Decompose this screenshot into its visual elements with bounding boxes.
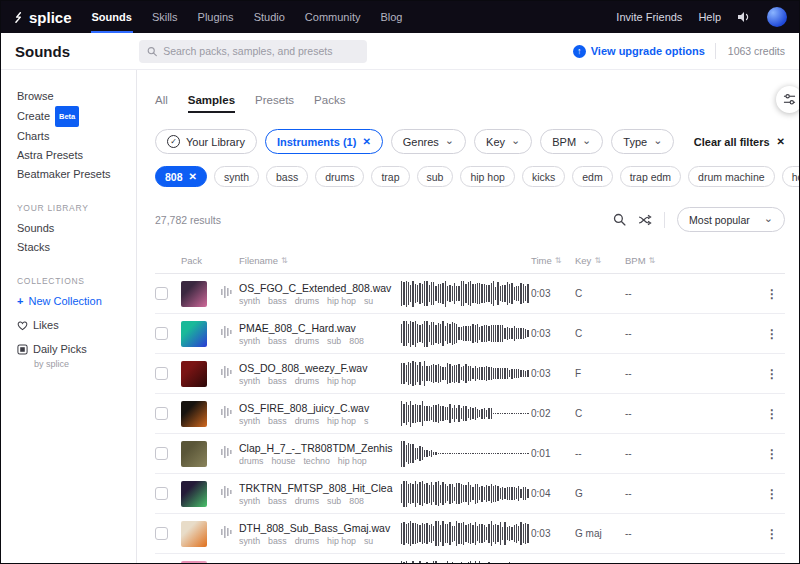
- filter-dropdown-bpm[interactable]: BPM⌄: [540, 129, 603, 154]
- pack-artwork[interactable]: [181, 561, 207, 564]
- sample-tag[interactable]: drums: [295, 376, 319, 386]
- tag-sub[interactable]: sub: [417, 166, 454, 187]
- tag-808-active[interactable]: 808 ✕: [155, 166, 207, 187]
- sidebar-item-astra-presets[interactable]: Astra Presets: [17, 146, 136, 165]
- sample-tag[interactable]: synth: [239, 376, 260, 386]
- sample-tag[interactable]: bass: [268, 296, 287, 306]
- sample-tag[interactable]: su: [364, 536, 373, 546]
- audio-preferences-button[interactable]: [776, 86, 800, 113]
- tag-drum-machine[interactable]: drum machine: [688, 166, 775, 187]
- tag-bass[interactable]: bass: [266, 166, 308, 187]
- user-avatar[interactable]: [767, 7, 787, 27]
- row-checkbox[interactable]: [155, 527, 168, 540]
- help-link[interactable]: Help: [698, 11, 721, 23]
- waveform-preview[interactable]: [401, 279, 531, 309]
- tag-drums[interactable]: drums: [315, 166, 364, 187]
- sample-tag[interactable]: synth: [239, 416, 260, 426]
- sample-tag[interactable]: drums: [295, 416, 319, 426]
- new-collection-button[interactable]: + New Collection: [17, 292, 136, 311]
- sample-tag[interactable]: sub: [327, 336, 341, 346]
- sort-dropdown[interactable]: Most popular ⌄: [677, 207, 785, 232]
- row-checkbox[interactable]: [155, 487, 168, 500]
- row-menu-button[interactable]: ⋮: [759, 447, 785, 461]
- sidebar-item-daily-picks[interactable]: Daily Picks: [17, 340, 136, 359]
- table-row[interactable]: OS_SHE_808_pressure_C.wavsynthbassdrumsh…: [155, 554, 785, 564]
- sidebar-item-beatmaker-presets[interactable]: Beatmaker Presets: [17, 165, 136, 184]
- tag-synth[interactable]: synth: [214, 166, 259, 187]
- sample-tag[interactable]: bass: [268, 336, 287, 346]
- sidebar-item-stacks[interactable]: Stacks: [17, 238, 136, 257]
- tag-house[interactable]: house: [782, 166, 800, 187]
- column-key[interactable]: Key⇅: [575, 255, 625, 266]
- drag-waveform-icon[interactable]: [221, 405, 232, 419]
- pack-artwork[interactable]: [181, 361, 207, 387]
- tag-trap[interactable]: trap: [371, 166, 409, 187]
- sample-tag[interactable]: sub: [327, 496, 341, 506]
- sample-tag[interactable]: techno: [303, 456, 329, 466]
- sidebar-item-create[interactable]: CreateBeta: [17, 106, 136, 127]
- waveform-preview[interactable]: [401, 359, 531, 389]
- waveform-preview[interactable]: [401, 559, 531, 564]
- table-row[interactable]: OS_FIRE_808_juicy_C.wavsynthbassdrumship…: [155, 394, 785, 434]
- waveform-preview[interactable]: [401, 479, 531, 509]
- column-time[interactable]: Time⇅: [531, 255, 575, 266]
- table-row[interactable]: Clap_H_7_-_TR808TDM_Zenhisdrumshousetech…: [155, 434, 785, 474]
- waveform-preview[interactable]: [401, 399, 531, 429]
- tag-hip-hop[interactable]: hip hop: [460, 166, 514, 187]
- nav-item-sounds[interactable]: Sounds: [82, 1, 142, 33]
- waveform-preview[interactable]: [401, 439, 531, 469]
- sample-tag[interactable]: hip hop: [327, 296, 356, 306]
- sample-tag[interactable]: 808: [349, 496, 364, 506]
- sample-tag[interactable]: drums: [239, 456, 263, 466]
- sample-tag[interactable]: bass: [268, 496, 287, 506]
- sample-tag[interactable]: drums: [295, 336, 319, 346]
- sample-filename[interactable]: TRKTRN_FMTSP_808_Hit_Clea: [239, 482, 393, 494]
- nav-item-studio[interactable]: Studio: [244, 1, 295, 33]
- clear-all-filters-button[interactable]: Clear all filters ✕: [694, 136, 785, 148]
- search-input[interactable]: [163, 45, 359, 57]
- search-box[interactable]: [139, 40, 367, 63]
- sample-tag[interactable]: hip hop: [327, 376, 356, 386]
- waveform-preview[interactable]: [401, 319, 531, 349]
- your-library-filter[interactable]: ✓ Your Library: [155, 129, 257, 154]
- row-checkbox[interactable]: [155, 287, 168, 300]
- sample-tag[interactable]: 808: [349, 336, 364, 346]
- tag-trap-edm[interactable]: trap edm: [620, 166, 681, 187]
- nav-item-plugins[interactable]: Plugins: [188, 1, 244, 33]
- pack-artwork[interactable]: [181, 441, 207, 467]
- row-menu-button[interactable]: ⋮: [759, 487, 785, 501]
- row-checkbox[interactable]: [155, 327, 168, 340]
- tab-samples[interactable]: Samples: [188, 94, 235, 113]
- sample-tag[interactable]: synth: [239, 336, 260, 346]
- row-menu-button[interactable]: ⋮: [759, 287, 785, 301]
- sample-tag[interactable]: hip hop: [338, 456, 367, 466]
- nav-item-skills[interactable]: Skills: [142, 1, 188, 33]
- sidebar-item-likes[interactable]: Likes: [17, 316, 136, 335]
- column-bpm[interactable]: BPM⇅: [625, 255, 669, 266]
- sidebar-item-charts[interactable]: Charts: [17, 127, 136, 146]
- sample-tag[interactable]: bass: [268, 416, 287, 426]
- tab-packs[interactable]: Packs: [314, 94, 345, 113]
- sample-filename[interactable]: Clap_H_7_-_TR808TDM_Zenhis: [239, 442, 393, 454]
- instruments-filter[interactable]: Instruments (1) ✕: [265, 129, 383, 154]
- drag-waveform-icon[interactable]: [221, 365, 232, 379]
- row-menu-button[interactable]: ⋮: [759, 527, 785, 541]
- table-row[interactable]: TRKTRN_FMTSP_808_Hit_Cleasynthbassdrumss…: [155, 474, 785, 514]
- table-row[interactable]: OS_FGO_C_Extended_808.wavsynthbassdrumsh…: [155, 274, 785, 314]
- drag-waveform-icon[interactable]: [221, 485, 232, 499]
- pack-artwork[interactable]: [181, 521, 207, 547]
- table-row[interactable]: DTH_808_Sub_Bass_Gmaj.wavsynthbassdrumsh…: [155, 514, 785, 554]
- sample-tag[interactable]: drums: [295, 536, 319, 546]
- shuffle-icon[interactable]: [638, 214, 652, 226]
- row-checkbox[interactable]: [155, 407, 168, 420]
- row-menu-button[interactable]: ⋮: [759, 407, 785, 421]
- filter-dropdown-type[interactable]: Type⌄: [611, 129, 674, 154]
- close-icon[interactable]: ✕: [362, 137, 370, 147]
- sample-tag[interactable]: s: [364, 416, 368, 426]
- pack-artwork[interactable]: [181, 321, 207, 347]
- row-checkbox[interactable]: [155, 447, 168, 460]
- tab-all[interactable]: All: [155, 94, 168, 113]
- filter-dropdown-key[interactable]: Key⌄: [474, 129, 532, 154]
- invite-friends-link[interactable]: Invite Friends: [616, 11, 682, 23]
- pack-artwork[interactable]: [181, 401, 207, 427]
